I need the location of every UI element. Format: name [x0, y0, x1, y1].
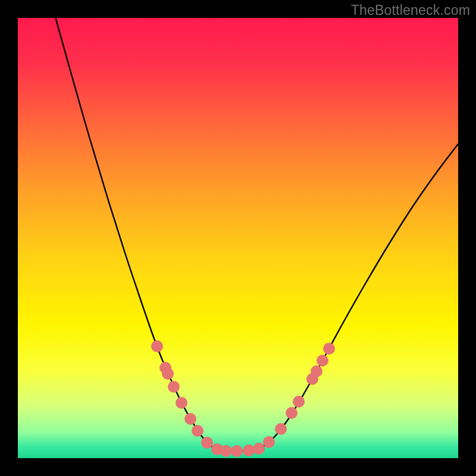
marker-dot — [231, 445, 243, 457]
chart-frame: TheBottleneck.com — [0, 0, 476, 476]
marker-dot — [220, 445, 232, 457]
marker-dot — [275, 423, 287, 435]
marker-dot — [243, 444, 255, 456]
marker-dot — [286, 407, 298, 419]
marker-dot — [176, 397, 187, 409]
marker-dot — [323, 343, 335, 355]
curve-left-arm — [55, 18, 215, 449]
watermark-text: TheBottleneck.com — [351, 2, 470, 18]
marker-dot — [168, 381, 180, 393]
marker-dot — [201, 437, 213, 449]
bottleneck-curve — [18, 18, 458, 458]
marker-dot — [253, 443, 265, 455]
curve-right-arm — [261, 144, 458, 448]
marker-dot — [311, 365, 322, 377]
plot-area — [18, 18, 458, 458]
marker-dot — [263, 436, 275, 448]
marker-dot — [151, 340, 163, 352]
marker-dot — [317, 355, 328, 367]
marker-dot — [184, 413, 196, 425]
marker-dot — [293, 396, 305, 408]
marker-dot — [162, 368, 174, 380]
marker-dot — [192, 425, 203, 437]
